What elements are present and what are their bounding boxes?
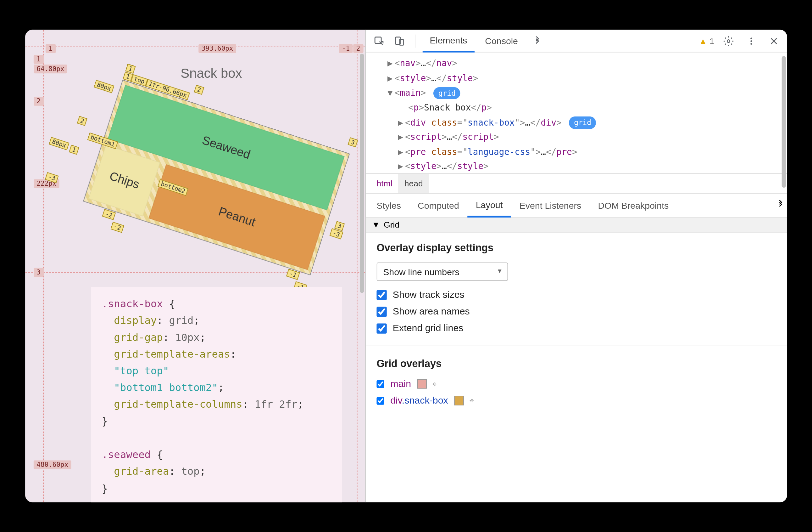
kebab-menu-icon[interactable] bbox=[743, 32, 759, 49]
grid-line-label: 1 bbox=[45, 44, 55, 53]
devtools-window: 1 393.60px -1 2 1 64.80px 2 222px 3 480.… bbox=[25, 30, 787, 502]
reveal-element-icon[interactable]: ⌖ bbox=[432, 379, 437, 389]
close-icon[interactable] bbox=[766, 32, 782, 49]
grid-line-label: 2 bbox=[353, 44, 363, 53]
more-subtabs-icon[interactable] bbox=[776, 200, 785, 211]
overlay-row-snackbox: div.snack-box ⌖ bbox=[376, 395, 776, 406]
devtools-panel: Elements Console ▲ 1 bbox=[366, 30, 787, 502]
grid-line-label: -1 bbox=[339, 44, 352, 53]
css-code-panel: .snack-box { display: grid; grid-gap: 10… bbox=[91, 287, 342, 502]
svg-point-6 bbox=[750, 43, 752, 44]
settings-icon[interactable] bbox=[720, 32, 737, 49]
grid-section-header[interactable]: ▼ Grid bbox=[366, 218, 787, 233]
overlay-snackbox-checkbox[interactable] bbox=[376, 397, 384, 405]
grid-row-badge: 80px bbox=[93, 80, 114, 93]
grid-stage: 1 1 top 1fr·96.66px 2 2fr·193.32px 3 3 -… bbox=[83, 80, 350, 276]
breadcrumb-head[interactable]: head bbox=[398, 174, 429, 193]
grid-row-size-label: 64.80px bbox=[33, 65, 67, 74]
breadcrumb-html[interactable]: html bbox=[371, 174, 398, 193]
show-area-names-row[interactable]: Show area names bbox=[376, 306, 776, 317]
subtab-events[interactable]: Event Listeners bbox=[511, 193, 590, 217]
extend-grid-lines-checkbox[interactable] bbox=[376, 323, 387, 333]
overlay-main-color-swatch[interactable] bbox=[417, 379, 426, 389]
overlay-settings-heading: Overlay display settings bbox=[376, 242, 776, 254]
grid-section-body: Overlay display settings Show line numbe… bbox=[366, 233, 787, 421]
grid-line-label: 1 bbox=[33, 55, 43, 64]
device-toggle-icon[interactable] bbox=[391, 32, 408, 49]
snack-box-grid: Seaweed bottom1 bottom2 Chips Peanut bbox=[83, 80, 350, 276]
dom-tree[interactable]: ▶<nav>…</nav> ▶<style>…</style> ▼<main> … bbox=[366, 53, 787, 173]
grid-line-label: 2 bbox=[33, 97, 43, 106]
show-track-sizes-checkbox[interactable] bbox=[376, 290, 387, 300]
tab-elements[interactable]: Elements bbox=[422, 30, 474, 52]
warning-icon: ▲ bbox=[699, 36, 707, 45]
subtab-computed[interactable]: Computed bbox=[409, 193, 467, 217]
grid-height-label: 480.60px bbox=[33, 461, 71, 470]
overlay-row-main: main ⌖ bbox=[376, 378, 776, 389]
grid-badge: 1 bbox=[69, 145, 79, 155]
inspect-icon[interactable] bbox=[371, 32, 387, 49]
show-area-names-checkbox[interactable] bbox=[376, 306, 387, 317]
extend-grid-lines-row[interactable]: Extend grid lines bbox=[376, 323, 776, 334]
show-track-sizes-row[interactable]: Show track sizes bbox=[376, 289, 776, 300]
grid-overlays-heading: Grid overlays bbox=[376, 358, 776, 370]
grid-badge: -2 bbox=[111, 222, 124, 233]
line-numbers-select[interactable]: Show line numbers bbox=[376, 263, 508, 281]
tab-console[interactable]: Console bbox=[478, 30, 525, 52]
cell-chips: Chips bbox=[88, 145, 160, 216]
grid-row-badge: 80px bbox=[49, 137, 70, 150]
svg-point-3 bbox=[727, 39, 730, 42]
svg-point-4 bbox=[750, 37, 752, 39]
more-tabs-icon[interactable] bbox=[528, 32, 545, 49]
reveal-element-icon[interactable]: ⌖ bbox=[469, 395, 474, 405]
grid-badge: 2 bbox=[194, 85, 204, 95]
disclosure-triangle-icon: ▼ bbox=[372, 220, 380, 229]
svg-point-5 bbox=[750, 40, 752, 42]
overlay-main-checkbox[interactable] bbox=[376, 380, 384, 388]
subtab-dom-bp[interactable]: DOM Breakpoints bbox=[589, 193, 677, 217]
devtools-toolbar: Elements Console ▲ 1 bbox=[366, 30, 787, 53]
styles-subtabs: Styles Computed Layout Event Listeners D… bbox=[366, 194, 787, 218]
grid-line-label: 3 bbox=[33, 268, 43, 277]
page-heading: Snack box bbox=[180, 66, 242, 81]
svg-rect-2 bbox=[400, 39, 403, 45]
subtab-styles[interactable]: Styles bbox=[368, 193, 409, 217]
grid-badge: 3 bbox=[348, 137, 358, 147]
dom-breadcrumb: html head bbox=[366, 173, 787, 194]
subtab-layout[interactable]: Layout bbox=[467, 193, 511, 217]
grid-width-label: 393.60px bbox=[199, 44, 236, 53]
overlay-snackbox-color-swatch[interactable] bbox=[454, 396, 463, 405]
page-viewport: 1 393.60px -1 2 1 64.80px 2 222px 3 480.… bbox=[25, 30, 366, 502]
grid-badge: 2 bbox=[77, 116, 87, 126]
issues-badge[interactable]: ▲ 1 bbox=[699, 36, 714, 45]
